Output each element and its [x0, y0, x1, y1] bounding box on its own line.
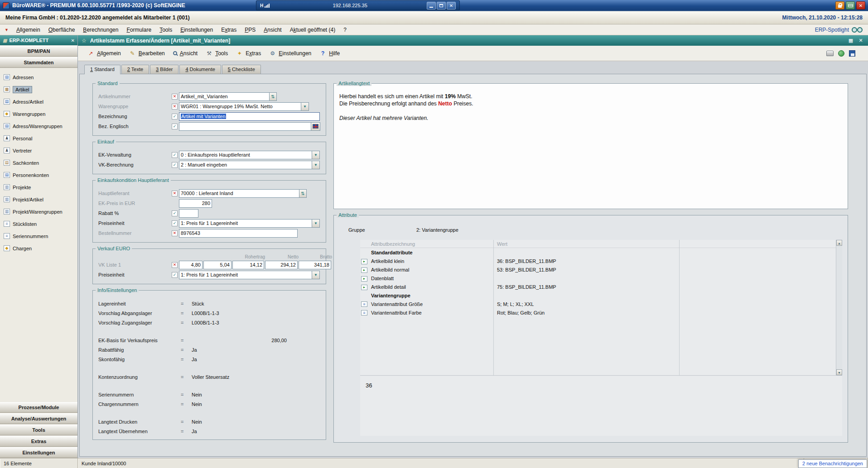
ek-preis-input[interactable] [179, 199, 212, 208]
vk-preiseinheit-dropdown-button[interactable]: ▼ [312, 271, 320, 279]
favorite-star-icon[interactable]: ☆ [82, 38, 87, 44]
attribute-group-row[interactable]: Standardattribute [360, 248, 842, 257]
attribute-group-row[interactable]: Variantengruppe [360, 291, 842, 300]
rabatt-input[interactable] [179, 209, 198, 218]
field-locked-icon[interactable]: ✕ [172, 191, 178, 196]
minimize-button[interactable] [427, 2, 436, 10]
translation-flag-button[interactable] [311, 122, 320, 131]
tab-texte[interactable]: 2 Texte [121, 65, 149, 74]
sidebar-item-vertreter[interactable]: ♟ Vertreter [4, 144, 77, 157]
sidebar-item-adress-artikel[interactable]: ▤ Adress/Artikel [4, 96, 77, 108]
hauptlieferant-input[interactable] [179, 189, 299, 198]
field-locked-icon[interactable]: ✕ [172, 262, 178, 268]
session-close-button[interactable]: ✕ [856, 1, 865, 10]
sidebar-item-warengruppen[interactable]: ◆ Warengruppen [4, 108, 77, 120]
window-layout-icon[interactable]: ▦ [847, 38, 854, 43]
vk-preiseinheit-select[interactable] [179, 271, 312, 279]
warengruppe-input[interactable] [179, 102, 301, 111]
attribute-detail-pane[interactable]: 36 [360, 376, 842, 436]
toolbar-hilfe[interactable]: ? Hilfe [315, 48, 344, 59]
menu-extras[interactable]: Extras [217, 26, 241, 34]
artikelnummer-lookup-button[interactable]: ⇅ [270, 92, 277, 101]
field-locked-icon[interactable]: ✕ [172, 104, 178, 110]
lock-tray-button[interactable] [835, 1, 844, 10]
ek-verwaltung-dropdown-button[interactable]: ▼ [312, 151, 320, 159]
restore-button[interactable] [437, 2, 446, 10]
field-editable-icon[interactable]: ✓ [172, 124, 178, 129]
sidebar-item-adress-warengruppen[interactable]: ▤ Adress/Warengruppen [4, 120, 77, 132]
menu-ansicht[interactable]: Ansicht [260, 26, 285, 34]
sidebar-section-extras[interactable]: Extras [0, 435, 77, 447]
menu-collapse-icon[interactable]: ▼ [5, 28, 9, 32]
sidebar-item-artikel[interactable]: ▦ Artikel [4, 83, 77, 96]
toolbar-ansicht[interactable]: Ansicht [169, 48, 202, 59]
menu-berechnungen[interactable]: Berechnungen [79, 26, 122, 34]
field-editable-icon[interactable]: ✓ [172, 162, 178, 168]
bezeichnung-input[interactable]: Artikel mit Varianten [179, 112, 320, 121]
vk-berechnung-select[interactable] [179, 161, 312, 169]
notification-popup[interactable]: 2 neue Benachrichtigungen [798, 459, 867, 468]
menu-formulare[interactable]: Formulare [122, 26, 155, 34]
attribute-scrollbar[interactable]: ▲ ▼ [836, 240, 842, 375]
close-button[interactable]: ✕ [447, 2, 456, 10]
ek-verwaltung-select[interactable] [179, 151, 312, 159]
sidebar-item-sachkonten[interactable]: ▤ Sachkonten [4, 157, 77, 169]
attribute-row[interactable]: ► Artikelbild klein 36: BSP_BILDER_11.BM… [360, 257, 842, 265]
globe-icon[interactable] [838, 50, 844, 57]
sidebar-item-personenkonten[interactable]: ▤ Personenkonten [4, 169, 77, 181]
tab-checkliste[interactable]: 5 Checkliste [222, 65, 261, 74]
attribute-row[interactable]: ≡ Variantenattribut Größe S; M; L; XL; X… [360, 300, 842, 308]
attribute-row[interactable]: ► Datenblatt [360, 274, 842, 282]
sidebar-item-seriennummern[interactable]: ≡ Seriennummern [4, 230, 77, 242]
field-editable-icon[interactable]: ✓ [172, 272, 178, 278]
sidebar-section-stammdaten[interactable]: Stammdaten [0, 57, 77, 68]
menu-oberflaeche[interactable]: Oberfläche [44, 26, 79, 34]
vk-berechnung-dropdown-button[interactable]: ▼ [312, 161, 320, 169]
field-locked-icon[interactable]: ✕ [172, 94, 178, 100]
field-locked-icon[interactable]: ✕ [172, 230, 178, 236]
sidebar-item-personal[interactable]: ♟ Personal [4, 132, 77, 144]
erp-spotlight[interactable]: ERP-Spotlight [815, 27, 864, 33]
sidebar-section-analyse-auswertungen[interactable]: Analyse/Auswertungen [0, 413, 77, 424]
toolbar-extras[interactable]: ✦ Extras [232, 48, 265, 59]
tab-bilder[interactable]: 3 Bilder [150, 65, 178, 74]
sidebar-item-chargen[interactable]: ◆ Chargen [4, 242, 77, 254]
sidebar-header[interactable]: ▦ ERP-KOMPLETT ✕ [0, 35, 77, 45]
window-close-icon[interactable]: ✕ [857, 38, 864, 43]
menu-hilfe[interactable]: ? [339, 26, 351, 34]
vk-netto-input[interactable] [265, 261, 298, 269]
sidebar-section-einstellungen[interactable]: Einstellungen [0, 447, 77, 458]
sidebar-section-tools[interactable]: Tools [0, 424, 77, 435]
keyboard-tray-button[interactable] [846, 1, 855, 10]
sidebar-item-stuecklisten[interactable]: ≡ Stücklisten [4, 218, 77, 230]
field-editable-icon[interactable]: ✓ [172, 152, 178, 158]
menu-pps[interactable]: PPS [241, 26, 260, 34]
bez-englisch-input[interactable] [179, 122, 311, 131]
fieldset-artikellangtext[interactable]: Artikellangtext Hierbei handelt es sich … [333, 83, 848, 209]
print-icon[interactable] [826, 51, 834, 56]
vk-wert-1-input[interactable] [179, 261, 203, 269]
sidebar-item-projekt-artikel[interactable]: ▥ Projekt/Artikel [4, 193, 77, 205]
attribute-row[interactable]: ≡ Variantenattribut Farbe Rot; Blau; Gel… [360, 308, 842, 317]
sidebar-close-icon[interactable]: ✕ [71, 38, 75, 43]
vk-rohertrag-input[interactable] [232, 261, 264, 269]
menu-aktuell-geoeffnet[interactable]: Aktuell geöffnet (4) [286, 26, 340, 34]
warengruppe-dropdown-button[interactable]: ▼ [301, 102, 309, 111]
sidebar-item-projekte[interactable]: ▥ Projekte [4, 181, 77, 193]
toolbar-bearbeiten[interactable]: ✎ Bearbeiten [125, 48, 169, 59]
scroll-up-icon[interactable]: ▲ [836, 240, 842, 246]
vk-wert-2-input[interactable] [203, 261, 231, 269]
field-editable-icon[interactable]: ✓ [172, 210, 178, 216]
artikellangtext-body[interactable]: Hierbei handelt es sich um einen Artikel… [338, 92, 844, 123]
tab-standard[interactable]: 1 Standard [84, 65, 121, 74]
bestellnummer-input[interactable] [179, 229, 298, 238]
field-editable-icon[interactable]: ✓ [172, 114, 178, 119]
hauptlieferant-lookup-button[interactable]: ⇅ [299, 189, 307, 198]
attribute-row[interactable]: ► Artikelbild detail 75: BSP_BILDER_11.B… [360, 282, 842, 291]
preiseinheit-select[interactable] [179, 219, 312, 228]
attribute-row[interactable]: ► Artikelbild normal 53: BSP_BILDER_11.B… [360, 265, 842, 274]
toolbar-allgemein[interactable]: ↗ Allgemein [83, 48, 125, 59]
menu-einstellungen[interactable]: Einstellungen [176, 26, 217, 34]
artikelnummer-input[interactable] [179, 92, 270, 101]
sidebar-item-projekt-warengruppen[interactable]: ▥ Projekt/Warengruppen [4, 205, 77, 218]
